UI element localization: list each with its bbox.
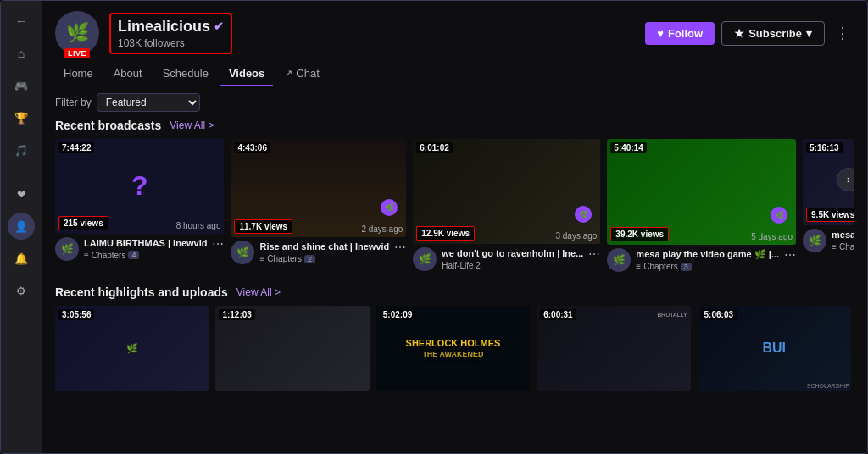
tab-schedule[interactable]: Schedule (154, 62, 217, 86)
more-icon-2[interactable]: ⋯ (394, 241, 406, 254)
broadcasts-section-header: Recent broadcasts View All > (55, 119, 854, 132)
broadcast-card-3[interactable]: 🌿 6:01:02 12.9K views 3 days ago 🌿 we do… (413, 139, 600, 275)
timeago-2: 2 days ago (361, 224, 403, 234)
channel-name-box: Limealicious ✔ 103K followers (109, 13, 232, 54)
broadcast-meta-2: 🌿 Rise and shine chat | Inewvid ≡ Chapte… (231, 237, 406, 268)
arrow-left-icon[interactable]: ← (8, 8, 35, 35)
chapters-count-4: 3 (681, 263, 692, 271)
chapters-icon-2: ≡ (259, 254, 264, 263)
highlights-view-all[interactable]: View All > (236, 286, 281, 298)
header-actions: ♥ Follow ★ Subscribe ▾ ⋮ (645, 20, 854, 46)
broadcast-thumb-2: 🌿 4:43:06 11.7K views 2 days ago (231, 139, 406, 237)
chapters-label-4: Chapters (643, 262, 678, 271)
chapters-icon-5: ≡ (832, 242, 837, 252)
meta-sub-1: ≡ Chapters 4 (84, 251, 207, 260)
views-4: 39.2K views (610, 227, 669, 241)
tab-videos[interactable]: Videos (220, 62, 273, 86)
broadcasts-grid: ? 7:44:22 215 views 8 hours ago 🌿 LAIMU … (55, 139, 854, 275)
meta-title-2: Rise and shine chat | Inewvid (259, 241, 389, 252)
channel-name-text: Limealicious (118, 18, 210, 36)
subscribe-button[interactable]: ★ Subscribe ▾ (721, 21, 825, 46)
main-content: 🌿 LIVE Limealicious ✔ 103K followers ♥ F… (42, 1, 867, 453)
highlight-card-2[interactable]: 1:12:03 (215, 306, 369, 392)
more-options-button[interactable]: ⋮ (832, 20, 854, 46)
meta-title-1: LAIMU BIRTHMAS | Inewvid (84, 237, 207, 249)
views-3: 12.9K views (416, 226, 475, 241)
bui-text: BUI (762, 340, 786, 356)
meta-avatar-1: 🌿 (55, 237, 79, 261)
meta-sub-3: Half-Life 2 (442, 261, 583, 270)
sherlock-title: SHERLOCK HOLMESTHE AWAKENED (406, 338, 501, 359)
timeago-4: 5 days ago (751, 232, 793, 241)
user-icon[interactable]: 👤 (8, 213, 35, 240)
highlight-card-3[interactable]: SHERLOCK HOLMESTHE AWAKENED 5:02:09 (376, 306, 530, 392)
highlight-card-5[interactable]: BUI SCHOLARSHIP 5:06:03 (698, 306, 851, 392)
meta-avatar-3: 🌿 (413, 247, 437, 271)
meta-avatar-4: 🌿 (607, 248, 631, 272)
music-icon[interactable]: 🎵 (8, 136, 35, 163)
browse-icon[interactable]: 🎮 (8, 72, 35, 99)
chapters-label-5: Chapters (839, 242, 854, 252)
broadcasts-title: Recent broadcasts (55, 119, 161, 132)
more-icon-3[interactable]: ⋯ (588, 247, 600, 261)
following-icon[interactable]: ❤ (8, 180, 35, 208)
meta-info-2: Rise and shine chat | Inewvid ≡ Chapters… (259, 241, 389, 263)
meta-info-3: we don't go to ravenholm | Ine... Half-L… (442, 247, 583, 270)
broadcasts-view-all[interactable]: View All > (170, 119, 214, 131)
highlight-thumb-4: BRUTALLY 6:00:31 (537, 306, 690, 392)
tab-chat[interactable]: ↗ Chat (276, 62, 327, 86)
highlight-card-4[interactable]: BRUTALLY 6:00:31 (537, 306, 690, 392)
notifications-icon[interactable]: 🔔 (8, 245, 35, 272)
esports-icon[interactable]: 🏆 (8, 104, 35, 131)
broadcast-thumb-3: 🌿 6:01:02 12.9K views 3 days ago (413, 139, 600, 244)
highlights-title: Recent highlights and uploads (55, 285, 228, 299)
broadcast-meta-3: 🌿 we don't go to ravenholm | Ine... Half… (413, 244, 600, 274)
broadcast-card-5[interactable]: 🌿 5:16:13 9.5K views 🌿 mesa playing th ≡ (803, 139, 854, 275)
chapters-label-1: Chapters (92, 251, 126, 260)
game-label-3: Half-Life 2 (442, 261, 481, 270)
views-5: 9.5K views (806, 208, 854, 222)
duration-5: 5:16:13 (806, 142, 842, 153)
settings-icon[interactable]: ⚙ (8, 277, 35, 304)
follow-icon: ♥ (657, 27, 664, 40)
tab-home[interactable]: Home (55, 62, 102, 86)
highlight-thumb-5: BUI SCHOLARSHIP 5:06:03 (698, 306, 851, 392)
meta-title-4: mesa play the video game 🌿 |... (636, 248, 779, 260)
highlights-grid: 🌿 3:05:56 1:12:03 (55, 306, 854, 392)
highlights-section: Recent highlights and uploads View All >… (42, 285, 867, 392)
recent-broadcasts-section: Recent broadcasts View All > ? 7:44:22 2… (42, 119, 867, 275)
meta-sub-5: ≡ Chapters (832, 242, 854, 252)
chapters-count-1: 4 (128, 251, 139, 259)
chapters-icon-1: ≡ (84, 251, 89, 260)
views-1: 215 views (58, 216, 108, 230)
channel-name: Limealicious ✔ (118, 18, 224, 36)
followers-count: 103K followers (118, 37, 224, 49)
meta-info-5: mesa playing th ≡ Chapters (832, 229, 854, 252)
h-duration-4: 6:00:31 (540, 309, 576, 320)
follow-button[interactable]: ♥ Follow (645, 22, 715, 45)
duration-2: 4:43:06 (234, 142, 270, 153)
chevron-down-icon: ▾ (806, 27, 812, 40)
more-icon-1[interactable]: ⋯ (212, 237, 224, 251)
scroll-right-button[interactable]: › (837, 168, 854, 191)
channel-header: 🌿 LIVE Limealicious ✔ 103K followers ♥ F… (42, 1, 867, 55)
h-duration-3: 5:02:09 (380, 309, 415, 320)
home-icon[interactable]: ⌂ (8, 40, 35, 67)
sidebar: ← ⌂ 🎮 🏆 🎵 ❤ 👤 🔔 ⚙ (1, 1, 42, 453)
broadcast-card-2[interactable]: 🌿 4:43:06 11.7K views 2 days ago 🌿 Rise … (231, 139, 406, 275)
meta-info-1: LAIMU BIRTHMAS | Inewvid ≡ Chapters 4 (84, 237, 207, 260)
timeago-3: 3 days ago (555, 231, 597, 241)
chapters-label-2: Chapters (267, 254, 302, 263)
tab-about[interactable]: About (105, 62, 151, 86)
external-link-icon: ↗ (285, 68, 292, 79)
more-icon-4[interactable]: ⋯ (784, 248, 796, 262)
broadcast-meta-5: 🌿 mesa playing th ≡ Chapters ⋯ (803, 225, 854, 256)
broadcast-card-1[interactable]: ? 7:44:22 215 views 8 hours ago 🌿 LAIMU … (55, 139, 224, 275)
highlight-card-1[interactable]: 🌿 3:05:56 (55, 306, 209, 392)
subscribe-label: Subscribe (748, 27, 802, 40)
broadcast-card-4[interactable]: 🌿 5:40:14 39.2K views 5 days ago 🌿 mesa … (607, 139, 796, 275)
meta-info-4: mesa play the video game 🌿 |... ≡ Chapte… (636, 248, 779, 271)
avatar-wrapper: 🌿 LIVE (55, 11, 99, 55)
filter-select[interactable]: Featured Past Broadcasts Highlights Uplo… (97, 93, 200, 112)
star-icon: ★ (734, 27, 744, 40)
